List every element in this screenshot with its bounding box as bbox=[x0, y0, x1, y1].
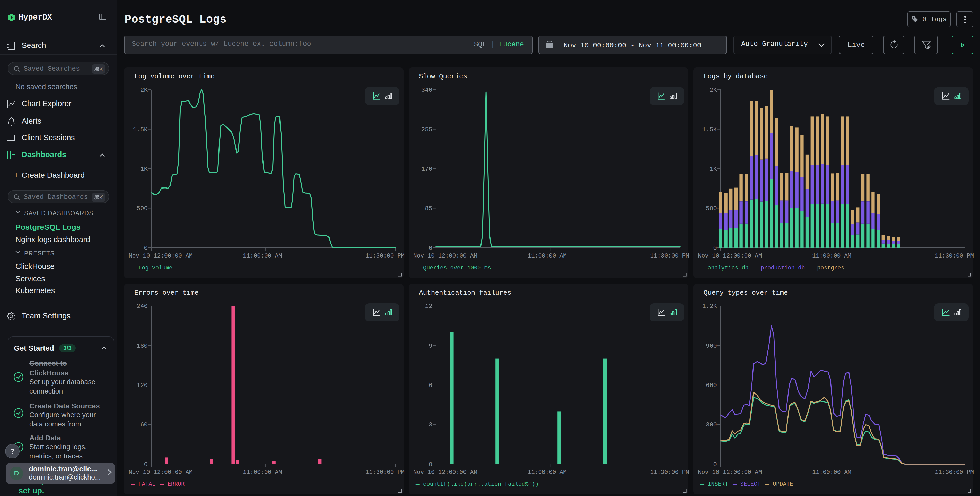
svg-text:11:00:00 AM: 11:00:00 AM bbox=[243, 469, 282, 476]
svg-text:11:00:00 AM: 11:00:00 AM bbox=[528, 253, 567, 259]
svg-text:60: 60 bbox=[140, 421, 148, 428]
svg-text:postgres: postgres bbox=[817, 265, 845, 271]
svg-text:—: — bbox=[160, 480, 164, 488]
svg-text:11:00:00 AM: 11:00:00 AM bbox=[243, 253, 282, 259]
svg-text:analytics_db: analytics_db bbox=[708, 265, 748, 271]
svg-text:Nov 10 12:00:00 AM: Nov 10 12:00:00 AM bbox=[129, 253, 192, 259]
svg-text:180: 180 bbox=[137, 343, 148, 349]
svg-text:170: 170 bbox=[421, 166, 432, 172]
svg-text:11:00:00 AM: 11:00:00 AM bbox=[528, 469, 567, 476]
svg-text:0: 0 bbox=[144, 245, 148, 252]
svg-text:9: 9 bbox=[429, 343, 432, 349]
svg-text:11:30:00 PM: 11:30:00 PM bbox=[366, 253, 404, 259]
svg-text:500: 500 bbox=[137, 205, 148, 212]
svg-text:Nov 10 12:00:00 AM: Nov 10 12:00:00 AM bbox=[413, 469, 477, 476]
svg-text:2K: 2K bbox=[140, 86, 148, 94]
svg-text:2K: 2K bbox=[710, 86, 717, 94]
svg-text:Nov 10 12:00:00 AM: Nov 10 12:00:00 AM bbox=[129, 469, 192, 476]
svg-text:11:30:00 PM: 11:30:00 PM bbox=[650, 469, 689, 476]
svg-text:Nov 10 12:00:00 AM: Nov 10 12:00:00 AM bbox=[698, 253, 762, 259]
svg-text:3: 3 bbox=[429, 421, 432, 428]
svg-text:—: — bbox=[753, 264, 757, 272]
svg-text:85: 85 bbox=[425, 205, 432, 212]
svg-text:Log volume: Log volume bbox=[138, 265, 172, 271]
svg-text:—: — bbox=[810, 264, 814, 272]
svg-text:—: — bbox=[131, 480, 135, 488]
svg-text:SELECT: SELECT bbox=[740, 481, 760, 488]
svg-text:UPDATE: UPDATE bbox=[773, 481, 793, 488]
svg-text:11:30:00 PM: 11:30:00 PM bbox=[650, 253, 689, 259]
svg-text:—: — bbox=[131, 264, 135, 272]
svg-text:—: — bbox=[415, 264, 420, 272]
svg-text:500: 500 bbox=[706, 205, 717, 212]
svg-text:240: 240 bbox=[137, 303, 148, 310]
svg-text:11:30:00 PM: 11:30:00 PM bbox=[935, 469, 974, 476]
svg-text:0: 0 bbox=[713, 245, 717, 252]
svg-text:Nov 10 12:00:00 AM: Nov 10 12:00:00 AM bbox=[698, 469, 762, 476]
svg-text:1K: 1K bbox=[710, 166, 717, 172]
svg-text:—: — bbox=[765, 480, 770, 488]
svg-text:6: 6 bbox=[429, 382, 432, 389]
svg-text:11:00:00 AM: 11:00:00 AM bbox=[812, 469, 851, 476]
svg-text:—: — bbox=[700, 264, 705, 272]
svg-text:12: 12 bbox=[425, 303, 432, 310]
svg-text:FATAL: FATAL bbox=[138, 481, 156, 488]
svg-text:ERROR: ERROR bbox=[167, 481, 185, 488]
svg-text:Queries over 1000 ms: Queries over 1000 ms bbox=[423, 265, 491, 271]
svg-text:1K: 1K bbox=[140, 166, 148, 172]
svg-text:production_db: production_db bbox=[761, 265, 805, 271]
svg-text:Nov 10 12:00:00 AM: Nov 10 12:00:00 AM bbox=[413, 253, 477, 259]
svg-text:255: 255 bbox=[421, 126, 432, 133]
svg-text:600: 600 bbox=[706, 382, 717, 389]
svg-text:11:30:00 PM: 11:30:00 PM bbox=[935, 253, 974, 259]
svg-text:1.5K: 1.5K bbox=[133, 126, 148, 133]
svg-text:countIf(like(arr..ation failed: countIf(like(arr..ation failed%')) bbox=[423, 481, 539, 488]
svg-text:0: 0 bbox=[429, 461, 432, 468]
svg-text:—: — bbox=[732, 480, 737, 488]
svg-text:120: 120 bbox=[137, 382, 148, 389]
svg-text:11:30:00 PM: 11:30:00 PM bbox=[366, 469, 404, 476]
svg-text:—: — bbox=[415, 480, 420, 488]
svg-text:900: 900 bbox=[706, 343, 717, 349]
svg-text:INSERT: INSERT bbox=[708, 481, 728, 488]
svg-text:340: 340 bbox=[421, 86, 432, 94]
svg-text:—: — bbox=[700, 480, 705, 488]
svg-text:0: 0 bbox=[429, 245, 432, 252]
svg-text:300: 300 bbox=[706, 421, 717, 428]
svg-text:0: 0 bbox=[713, 461, 717, 468]
svg-text:1.2K: 1.2K bbox=[702, 303, 717, 310]
svg-text:1.5K: 1.5K bbox=[702, 126, 717, 133]
svg-text:11:00:00 AM: 11:00:00 AM bbox=[812, 253, 851, 259]
svg-text:0: 0 bbox=[144, 461, 148, 468]
